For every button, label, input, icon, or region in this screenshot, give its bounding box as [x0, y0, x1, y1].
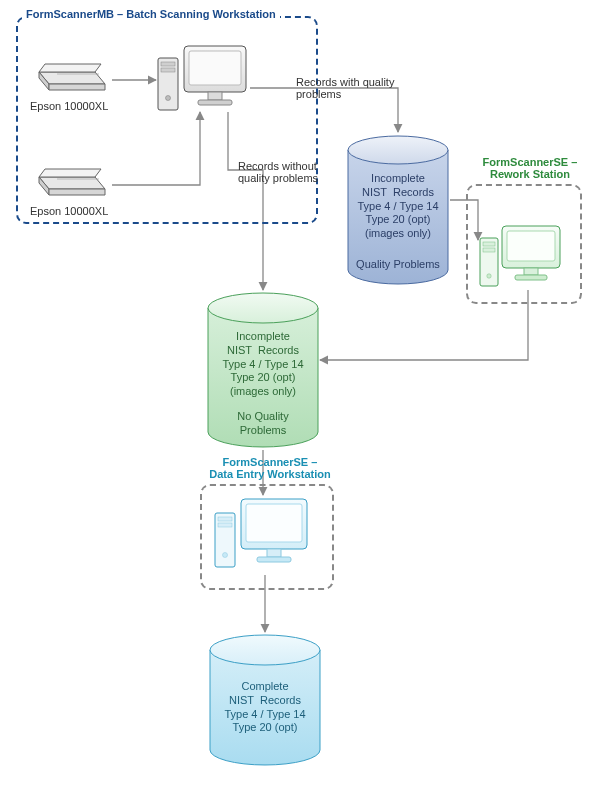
- group-batch-title: FormScannerMB – Batch Scanning Workstati…: [22, 8, 280, 20]
- cylinder-noquality-text: Incomplete NIST Records Type 4 / Type 14…: [208, 330, 318, 399]
- svg-point-28: [210, 635, 320, 665]
- group-data-entry: [200, 484, 334, 590]
- arrow-label-without-problems: Records without quality problems: [238, 160, 318, 184]
- svg-point-27: [208, 293, 318, 323]
- arrow-label-with-problems: Records with quality problems: [296, 76, 394, 100]
- cylinder-quality-footer: Quality Problems: [348, 258, 448, 272]
- scanner-top-label: Epson 10000XL: [30, 100, 108, 112]
- group-rework-title: FormScannerSE – Rework Station: [480, 156, 580, 180]
- group-batch-scanning: [16, 16, 318, 224]
- cylinder-complete-text: Complete NIST Records Type 4 / Type 14 T…: [210, 680, 320, 735]
- group-dataentry-title: FormScannerSE – Data Entry Workstation: [200, 456, 340, 480]
- svg-point-26: [348, 136, 448, 164]
- scanner-bottom-label: Epson 10000XL: [30, 205, 108, 217]
- cylinder-noquality-footer: No Quality Problems: [208, 410, 318, 438]
- group-rework-station: [466, 184, 582, 304]
- cylinder-quality-text: Incomplete NIST Records Type 4 / Type 14…: [348, 172, 448, 241]
